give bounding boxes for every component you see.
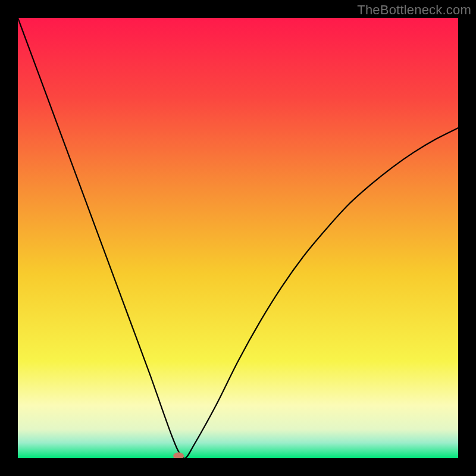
plot-area: [18, 18, 458, 458]
watermark-text: TheBottleneck.com: [357, 2, 471, 18]
bottleneck-chart: [18, 18, 458, 458]
chart-frame: TheBottleneck.com: [0, 0, 476, 476]
gradient-background: [18, 18, 458, 458]
